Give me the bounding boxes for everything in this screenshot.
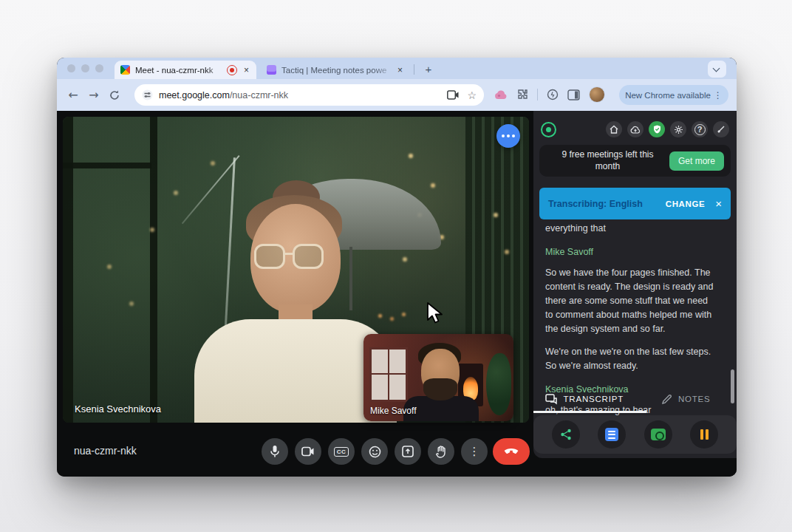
pin-icon bbox=[717, 125, 726, 134]
pin-panel-button[interactable] bbox=[713, 121, 729, 137]
tactiq-logo-icon bbox=[541, 122, 556, 137]
transcribing-status: Transcribing: English bbox=[548, 199, 658, 209]
mouse-cursor bbox=[426, 301, 446, 325]
pause-icon bbox=[700, 429, 709, 440]
more-kebab-icon: ⋮ bbox=[469, 445, 480, 458]
raise-hand-button[interactable] bbox=[428, 438, 454, 465]
zoom-window-button[interactable] bbox=[95, 64, 103, 72]
tab-title: Meet - nua-czmr-nkk bbox=[135, 66, 224, 75]
profile-avatar[interactable] bbox=[589, 86, 605, 103]
minimize-window-button[interactable] bbox=[81, 64, 89, 72]
shield-check-icon bbox=[653, 125, 661, 134]
lighthouse-extension-icon[interactable] bbox=[547, 89, 559, 100]
forward-button[interactable]: → bbox=[83, 88, 104, 102]
close-window-button[interactable] bbox=[67, 64, 75, 72]
quota-text: 9 free meetings left this month bbox=[546, 149, 669, 172]
glasses bbox=[254, 244, 285, 269]
emoji-icon bbox=[369, 446, 381, 458]
tactiq-sidebar: ? 9 free meetings left this month Get mo… bbox=[533, 111, 737, 458]
url-text: meet.google.com/nua-czmr-nkk bbox=[159, 90, 447, 100]
tab-tactiq[interactable]: Tactiq | Meeting notes powe × bbox=[261, 61, 410, 79]
more-options-button[interactable]: ⋮ bbox=[461, 438, 488, 465]
browser-window: Meet - nua-czmr-nkk × Tactiq | Meeting n… bbox=[57, 58, 737, 477]
privacy-shield-button[interactable] bbox=[649, 121, 665, 137]
sidebar-tabs: TRANSCRIPT NOTES bbox=[533, 387, 737, 411]
gear-icon bbox=[674, 125, 683, 134]
end-call-icon bbox=[504, 449, 519, 455]
window-controls[interactable] bbox=[67, 64, 103, 72]
close-tab-icon[interactable]: × bbox=[396, 65, 404, 75]
change-language-button[interactable]: CHANGE bbox=[666, 200, 705, 208]
tab-title: Tactiq | Meeting notes powe bbox=[281, 66, 396, 75]
tab-notes[interactable]: NOTES bbox=[635, 387, 737, 411]
chat-icon bbox=[545, 394, 558, 405]
pink-extension-icon[interactable] bbox=[494, 89, 508, 100]
tab-meet[interactable]: Meet - nua-czmr-nkk × bbox=[115, 61, 256, 79]
extensions-puzzle-icon[interactable] bbox=[516, 89, 528, 100]
transcript-line: So we have the four pages finished. The … bbox=[545, 266, 717, 336]
pip-video-tile[interactable]: Mike Savoff bbox=[363, 334, 513, 421]
end-call-button[interactable] bbox=[493, 438, 530, 465]
help-icon: ? bbox=[694, 124, 706, 135]
browser-toolbar: ← → meet.google.com/nua-czmr-nkk ☆ New C… bbox=[57, 79, 737, 111]
present-button[interactable] bbox=[395, 438, 421, 465]
share-icon bbox=[560, 429, 572, 440]
tab-transcript[interactable]: TRANSCRIPT bbox=[533, 387, 635, 411]
tactiq-favicon-icon bbox=[267, 65, 276, 75]
camera-capture-icon[interactable] bbox=[447, 90, 460, 100]
settings-button[interactable] bbox=[670, 121, 686, 137]
transcript-line: We're on the we're on the last few steps… bbox=[545, 345, 717, 373]
camera-button[interactable] bbox=[295, 438, 321, 465]
pencil-icon bbox=[661, 394, 672, 405]
screenshot-button[interactable] bbox=[644, 420, 672, 449]
reactions-button[interactable] bbox=[361, 438, 388, 465]
share-button[interactable] bbox=[552, 420, 580, 449]
get-more-button[interactable]: Get more bbox=[669, 151, 724, 171]
chat-bubble-button[interactable] bbox=[496, 124, 520, 148]
pip-name-label: Mike Savoff bbox=[370, 406, 416, 416]
side-panel-icon[interactable] bbox=[567, 89, 580, 100]
back-button[interactable]: ← bbox=[63, 88, 83, 102]
pause-transcript-button[interactable] bbox=[690, 420, 718, 449]
update-menu-kebab-icon[interactable]: ⋮ bbox=[714, 90, 723, 100]
captions-button[interactable]: CC bbox=[328, 438, 355, 465]
cloud-upload-icon bbox=[630, 126, 641, 134]
active-tab-underline bbox=[533, 411, 646, 413]
help-button[interactable]: ? bbox=[692, 121, 708, 137]
hand-icon bbox=[436, 446, 447, 458]
quota-card: 9 free meetings left this month Get more bbox=[539, 145, 731, 177]
toolbar-divider bbox=[537, 89, 538, 100]
site-settings-icon[interactable] bbox=[142, 89, 153, 100]
banner-close-icon[interactable]: × bbox=[715, 197, 722, 210]
screenshot-camera-icon bbox=[651, 429, 666, 440]
microphone-button[interactable] bbox=[262, 438, 288, 465]
google-docs-icon bbox=[605, 428, 618, 441]
tab-strip: Meet - nua-czmr-nkk × Tactiq | Meeting n… bbox=[57, 58, 737, 79]
microphone-icon bbox=[269, 445, 281, 458]
camera-icon bbox=[301, 446, 315, 457]
export-docs-button[interactable] bbox=[598, 420, 626, 449]
close-tab-icon[interactable]: × bbox=[242, 65, 250, 75]
captions-icon: CC bbox=[334, 447, 349, 457]
new-tab-button[interactable]: + bbox=[420, 61, 437, 78]
tactiq-header: ? bbox=[541, 118, 729, 140]
tactiq-actions bbox=[533, 415, 737, 454]
chevron-down-icon bbox=[713, 65, 720, 72]
transcribing-banner: Transcribing: English CHANGE × bbox=[539, 188, 731, 219]
meet-page: Ksenia Svechnikova Mike Savoff nua-czmr-… bbox=[57, 111, 737, 477]
bookmark-star-icon[interactable]: ☆ bbox=[467, 89, 477, 101]
tab-search-chevron-button[interactable] bbox=[708, 61, 726, 78]
meet-favicon-icon bbox=[120, 65, 130, 75]
extensions-row bbox=[494, 86, 605, 103]
tab-divider bbox=[414, 64, 414, 75]
reload-button[interactable] bbox=[109, 89, 120, 101]
participant-name-label: Ksenia Svechnikova bbox=[75, 403, 161, 415]
meet-controls: CC ⋮ bbox=[262, 438, 488, 465]
chrome-update-button[interactable]: New Chrome available ⋮ bbox=[619, 85, 728, 105]
home-icon bbox=[610, 125, 618, 134]
meeting-code-label: nua-czmr-nkk bbox=[74, 445, 137, 457]
address-bar[interactable]: meet.google.com/nua-czmr-nkk ☆ bbox=[134, 84, 484, 106]
transcript-line: everything that bbox=[545, 222, 717, 236]
cloud-upload-button[interactable] bbox=[627, 121, 644, 137]
home-button[interactable] bbox=[606, 121, 622, 137]
